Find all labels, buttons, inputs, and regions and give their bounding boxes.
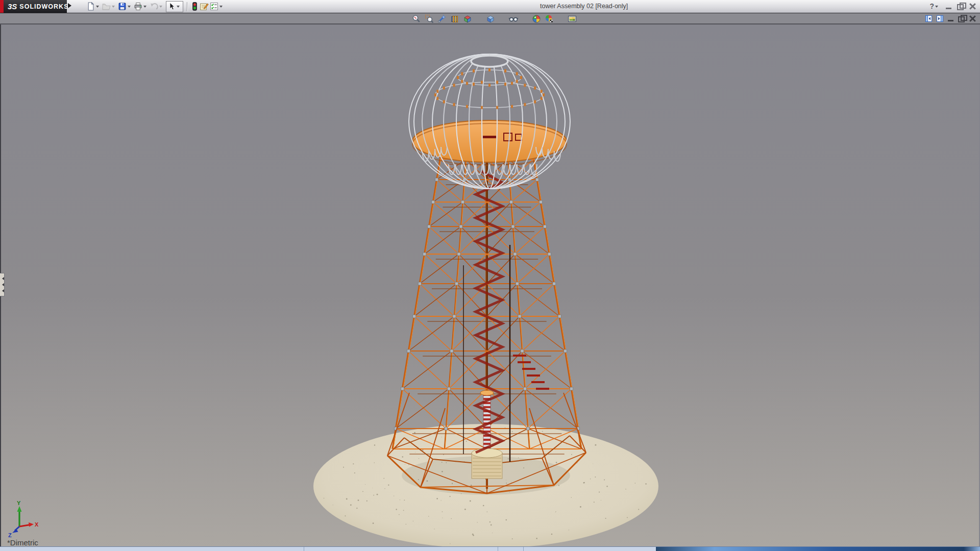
dropdown-arrow[interactable] [96,6,99,9]
logo-mark: 3S [8,2,17,11]
window-controls: ? [929,2,976,11]
display-style-icon [486,14,495,23]
previous-view-button[interactable] [437,14,447,23]
toolbar-separator [187,2,188,11]
status-bar [0,546,980,551]
close-button[interactable] [969,3,976,10]
dropdown-arrow[interactable] [935,6,938,9]
hide-show-items-button[interactable] [508,14,519,23]
dropdown-arrow[interactable] [143,6,146,9]
view-settings-icon [568,14,577,23]
doc-minimize-button[interactable] [948,20,953,21]
doc-restore-button[interactable] [958,16,965,22]
open-folder-icon [102,2,111,11]
restore-button[interactable] [957,4,964,10]
apply-scene-button[interactable] [544,14,554,23]
dropdown-arrow[interactable] [159,6,162,9]
file-properties-button[interactable] [199,1,209,12]
view-orientation-icon [463,14,472,23]
dropdown-arrow[interactable] [112,6,115,9]
zoom-to-area-button[interactable] [424,14,434,23]
view-orientation-button[interactable] [462,14,473,23]
help-button[interactable]: ? [929,2,940,10]
save-icon [118,2,127,11]
eyeglasses-icon [508,14,519,23]
options-checklist-icon [210,2,218,11]
select-cursor-icon[interactable] [167,2,176,11]
rebuild-traffic-light-icon [191,2,199,11]
collapsed-panel-tab[interactable] [0,273,5,296]
svg-text:Z: Z [8,532,12,538]
svg-text:X: X [35,521,39,528]
headsup-row [0,13,980,24]
title-bar: 3S SOLIDWORKS [0,0,980,13]
print-icon [134,2,142,11]
document-window-controls [925,14,976,23]
doc-close-button[interactable] [969,15,976,22]
rebuild-button[interactable] [190,1,199,12]
new-document-icon [86,2,95,11]
view-orientation-label: *Dimetric [7,538,38,547]
edit-appearance-button[interactable] [531,14,542,23]
zoom-to-fit-button[interactable] [411,14,422,23]
zoom-to-area-icon [425,14,434,23]
section-view-icon [450,14,459,23]
menu-expand-arrow[interactable] [68,3,74,8]
file-properties-icon [200,2,209,11]
minimize-button[interactable] [946,8,951,9]
section-view-button[interactable] [450,14,460,23]
print-button[interactable] [133,1,149,12]
split-pane-left-icon[interactable] [925,15,932,22]
apply-scene-icon [545,14,554,23]
zoom-to-fit-icon [412,14,421,23]
graphics-area[interactable]: Y X Z *Dimetric [0,24,979,547]
save-button[interactable] [117,1,133,12]
appearance-ball-icon [532,14,541,23]
view-settings-button[interactable] [567,14,577,23]
collapse-arrow-icon [1,277,4,280]
headsup-view-toolbar [411,14,577,23]
logo-name: SOLIDWORKS [19,3,68,10]
status-separator [304,547,304,551]
dropdown-arrow[interactable] [219,6,223,9]
dropdown-arrow[interactable] [177,6,180,9]
collapse-arrow-icon [1,283,4,286]
undo-icon [150,2,158,11]
select-tool-group [166,1,183,12]
undo-button[interactable] [149,1,165,12]
options-button[interactable] [209,1,225,12]
new-document-button[interactable] [86,1,102,12]
logo-red-accent [0,0,4,13]
orientation-triad: Y X Z [8,500,39,538]
open-button[interactable] [102,1,117,12]
display-style-button[interactable] [485,14,496,23]
status-separator [498,547,498,551]
model-scene: Y X Z [1,24,980,547]
svg-text:Y: Y [17,500,21,506]
dropdown-arrow[interactable] [128,6,131,9]
status-separator [523,547,524,551]
main-toolbar [86,1,225,12]
document-title: tower Assembly 02 [Read-only] [540,3,628,10]
solidworks-logo: 3S SOLIDWORKS [0,0,67,13]
status-accent-segment [656,547,980,551]
collapse-arrow-icon [1,289,4,292]
split-pane-right-icon[interactable] [937,15,943,22]
previous-view-icon [437,14,447,23]
help-icon: ? [929,2,934,10]
